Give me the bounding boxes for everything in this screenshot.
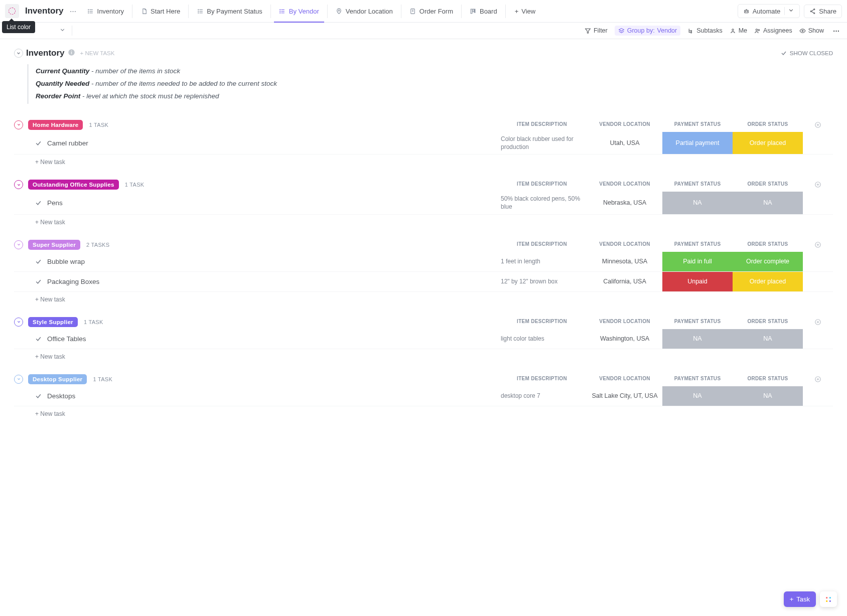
show-button[interactable]: Show [799,27,824,34]
task-name[interactable]: Bubble wrap [47,258,85,265]
task-main-cell[interactable]: Desktops [14,386,497,406]
column-header-pay[interactable]: PAYMENT STATUS [662,376,733,383]
task-main-cell[interactable]: Pens [14,192,497,214]
cell-location[interactable]: California, USA [587,272,662,291]
new-task-row[interactable]: + New task [14,292,833,307]
tab-start-here[interactable]: Start Here [135,5,185,18]
column-header-ord[interactable]: ORDER STATUS [733,319,803,326]
subtasks-button[interactable]: Subtasks [687,27,722,34]
task-main-cell[interactable]: Bubble wrap [14,252,497,271]
group-collapse-toggle[interactable] [14,120,23,129]
share-button[interactable]: Share [804,5,842,18]
collapse-toggle[interactable] [14,49,23,58]
task-row[interactable]: Desktopsdesktop core 7Salt Lake City, UT… [14,386,833,406]
column-header-ord[interactable]: ORDER STATUS [733,121,803,128]
task-row[interactable]: Packaging Boxes12" by 12" brown boxCalif… [14,272,833,292]
cell-payment-status[interactable]: NA [662,386,733,406]
show-closed-button[interactable]: SHOW CLOSED [781,50,833,56]
add-column-button[interactable] [803,241,833,248]
check-icon[interactable] [35,258,42,265]
cell-description[interactable]: Color black rubber used for production [497,132,587,154]
group-collapse-toggle[interactable] [14,318,23,327]
column-header-desc[interactable]: ITEM DESCRIPTION [497,376,587,383]
check-icon[interactable] [35,278,42,285]
column-header-pay[interactable]: PAYMENT STATUS [662,181,733,188]
cell-order-status[interactable]: Order complete [733,252,803,271]
cell-payment-status[interactable]: Unpaid [662,272,733,291]
chevron-down-icon[interactable] [59,27,66,35]
cell-payment-status[interactable]: Paid in full [662,252,733,271]
group-by-button[interactable]: Group by: Vendor [615,26,681,36]
add-column-button[interactable] [803,319,833,326]
column-header-loc[interactable]: VENDOR LOCATION [587,121,662,128]
tab-inventory[interactable]: Inventory [82,5,129,18]
column-header-loc[interactable]: VENDOR LOCATION [587,181,662,188]
new-task-row[interactable]: + New task [14,215,833,230]
task-name[interactable]: Pens [47,199,63,207]
cell-description[interactable]: 12" by 12" brown box [497,272,587,291]
page-title[interactable]: Inventory [25,6,64,16]
task-main-cell[interactable]: Camel rubber [14,132,497,154]
cell-description[interactable]: light color tables [497,329,587,349]
check-icon[interactable] [35,336,42,342]
more-icon[interactable]: ⋯ [831,27,842,35]
group-collapse-toggle[interactable] [14,240,23,249]
tab-vendor-location[interactable]: Vendor Location [331,5,398,18]
vendor-pill[interactable]: Outstanding Office Supplies [28,180,119,190]
column-header-loc[interactable]: VENDOR LOCATION [587,376,662,383]
column-header-pay[interactable]: PAYMENT STATUS [662,121,733,128]
group-collapse-toggle[interactable] [14,375,23,384]
task-row[interactable]: Bubble wrap1 feet in lengthMinnesota, US… [14,252,833,272]
new-task-row[interactable]: + New task [14,155,833,170]
task-row[interactable]: Camel rubberColor black rubber used for … [14,132,833,155]
cell-order-status[interactable]: Order placed [733,132,803,154]
cell-payment-status[interactable]: Partial payment [662,132,733,154]
task-name[interactable]: Desktops [47,392,75,400]
column-header-desc[interactable]: ITEM DESCRIPTION [497,241,587,248]
add-column-button[interactable] [803,181,833,188]
task-name[interactable]: Office Tables [47,335,86,343]
cell-location[interactable]: Washington, USA [587,329,662,349]
cell-location[interactable]: Minnesota, USA [587,252,662,271]
add-column-button[interactable] [803,121,833,128]
cell-payment-status[interactable]: NA [662,192,733,214]
column-header-ord[interactable]: ORDER STATUS [733,181,803,188]
list-name[interactable]: Inventory [26,48,65,58]
cell-order-status[interactable]: NA [733,329,803,349]
cell-order-status[interactable]: NA [733,192,803,214]
check-icon[interactable] [35,140,42,146]
column-header-desc[interactable]: ITEM DESCRIPTION [497,319,587,326]
cell-description[interactable]: 1 feet in length [497,252,587,271]
group-collapse-toggle[interactable] [14,180,23,189]
vendor-pill[interactable]: Home Hardware [28,120,83,130]
cell-description[interactable]: 50% black colored pens, 50% blue [497,192,587,214]
cell-location[interactable]: Utah, USA [587,132,662,154]
new-task-row[interactable]: + New task [14,349,833,364]
new-task-button[interactable]: + NEW TASK [80,50,115,56]
vendor-pill[interactable]: Style Supplier [28,317,78,327]
assignees-button[interactable]: Assignees [754,27,792,34]
more-icon[interactable]: ⋯ [68,8,78,15]
add-view-button[interactable]: + View [510,5,541,18]
vendor-pill[interactable]: Super Supplier [28,240,80,250]
task-row[interactable]: Office Tableslight color tablesWashingto… [14,329,833,349]
new-task-row[interactable]: + New task [14,406,833,421]
task-main-cell[interactable]: Office Tables [14,329,497,349]
task-name[interactable]: Packaging Boxes [47,278,99,285]
tab-order-form[interactable]: Order Form [404,5,458,18]
cell-order-status[interactable]: NA [733,386,803,406]
tab-by-vendor[interactable]: By Vendor [274,5,324,18]
task-main-cell[interactable]: Packaging Boxes [14,272,497,291]
task-row[interactable]: Pens50% black colored pens, 50% blueNebr… [14,192,833,214]
chevron-down-icon[interactable] [784,7,794,15]
tab-board[interactable]: Board [465,5,502,18]
cell-location[interactable]: Salt Lake City, UT, USA [587,386,662,406]
me-button[interactable]: Me [730,27,747,34]
cell-location[interactable]: Nebraska, USA [587,192,662,214]
automate-button[interactable]: Automate [738,4,800,18]
cell-payment-status[interactable]: NA [662,329,733,349]
task-name[interactable]: Camel rubber [47,139,88,147]
add-column-button[interactable] [803,376,833,383]
info-icon[interactable] [68,49,75,58]
column-header-loc[interactable]: VENDOR LOCATION [587,319,662,326]
